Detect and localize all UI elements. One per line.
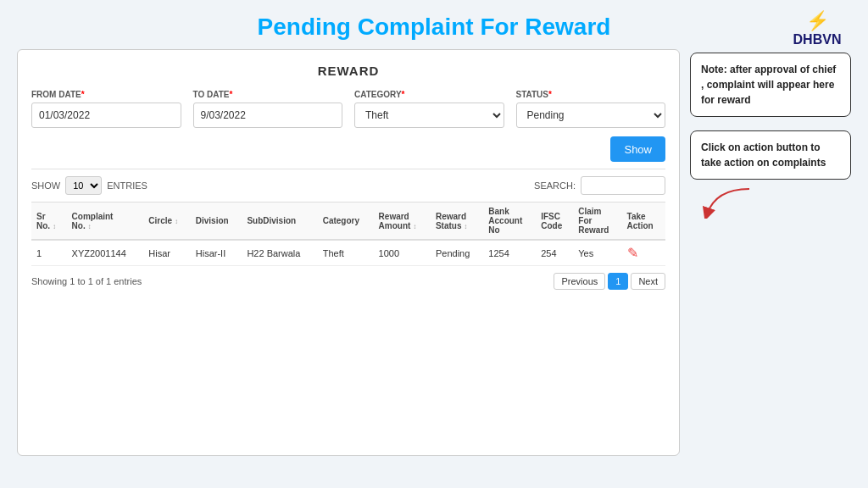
status-select[interactable]: Pending <box>516 103 666 128</box>
cell-reward-amount: 1000 <box>374 240 431 266</box>
filter-group-from-date: FROM DATE* <box>31 90 181 128</box>
sidebar: Note: after approval of chief , complain… <box>690 49 851 456</box>
header-row: SrNo. ↕ ComplaintNo. ↕ Circle ↕ Division… <box>31 202 665 241</box>
col-reward-amount: RewardAmount ↕ <box>374 202 431 241</box>
note-box-2: Click on action button to take action on… <box>690 130 851 180</box>
filter-group-status: STATUS* Pending <box>516 90 666 128</box>
page-title: Pending Complaint For Reward <box>258 14 611 41</box>
to-date-input[interactable] <box>193 103 343 128</box>
filter-group-category: CATEGORY* Theft <box>354 90 504 128</box>
col-ifsc: IFSCCode <box>536 202 573 241</box>
table-row: 1 XYZ2001144 Hisar Hisar-II H22 Barwala … <box>31 240 665 266</box>
cell-circle: Hisar <box>143 240 190 266</box>
sort-icon-amount: ↕ <box>413 223 416 230</box>
lightning-icon: ⚡ <box>806 10 829 32</box>
col-subdivision: SubDivision <box>242 202 317 241</box>
logo-text: DHBVN <box>793 32 842 47</box>
arrow-svg <box>698 185 766 219</box>
next-button[interactable]: Next <box>631 273 665 290</box>
sort-icon-sr: ↕ <box>53 223 56 230</box>
header: Pending Complaint For Reward ⚡ DHBVN <box>17 14 851 41</box>
to-date-label: TO DATE* <box>193 90 343 99</box>
col-division: Division <box>191 202 242 241</box>
data-table: SrNo. ↕ ComplaintNo. ↕ Circle ↕ Division… <box>31 202 665 266</box>
show-entries: SHOW 10 ENTRIES <box>31 176 147 195</box>
cell-claim: Yes <box>573 240 621 266</box>
col-reward-status: RewardStatus ↕ <box>431 202 483 241</box>
category-select[interactable]: Theft <box>354 103 504 128</box>
divider <box>31 169 665 169</box>
cell-ifsc: 254 <box>536 240 573 266</box>
table-header: SrNo. ↕ ComplaintNo. ↕ Circle ↕ Division… <box>31 202 665 241</box>
col-circle: Circle ↕ <box>143 202 190 241</box>
col-take-action: TakeAction <box>622 202 665 241</box>
pagination-buttons: Previous 1 Next <box>554 273 665 290</box>
cell-bank-account: 1254 <box>483 240 536 266</box>
search-input[interactable] <box>581 176 665 195</box>
col-complaint-no: ComplaintNo. ↕ <box>67 202 144 241</box>
entries-select[interactable]: 10 <box>65 176 102 195</box>
cell-take-action: ✎ <box>622 240 665 266</box>
filter-row: FROM DATE* TO DATE* CATEGORY* Theft <box>31 90 665 128</box>
cell-reward-status: Pending <box>431 240 483 266</box>
col-sr-no: SrNo. ↕ <box>31 202 67 241</box>
sort-icon-complaint: ↕ <box>87 223 91 230</box>
entries-label: SHOW <box>31 180 60 191</box>
take-action-button[interactable]: ✎ <box>627 245 638 261</box>
main-container: REWARD FROM DATE* TO DATE* <box>17 49 851 456</box>
sort-icon-status: ↕ <box>464 223 467 230</box>
col-bank-account: BankAccountNo <box>483 202 536 241</box>
previous-button[interactable]: Previous <box>554 273 605 290</box>
note-section-2: Click on action button to take action on… <box>690 130 851 219</box>
search-label: SEARCH: <box>534 180 576 191</box>
form-panel: REWARD FROM DATE* TO DATE* <box>17 49 680 456</box>
category-label: CATEGORY* <box>354 90 504 99</box>
col-category: Category <box>318 202 374 241</box>
cell-sr-no: 1 <box>31 240 67 266</box>
showing-text: Showing 1 to 1 of 1 entries <box>31 276 142 286</box>
sort-icon-circle: ↕ <box>175 218 178 225</box>
logo: ⚡ DHBVN <box>792 10 843 53</box>
cell-division: Hisar-II <box>191 240 242 266</box>
btn-row: Show <box>31 136 665 162</box>
table-body: 1 XYZ2001144 Hisar Hisar-II H22 Barwala … <box>31 240 665 266</box>
cell-complaint-no: XYZ2001144 <box>67 240 144 266</box>
from-date-label: FROM DATE* <box>31 90 181 99</box>
entries-suffix: ENTRIES <box>107 180 147 191</box>
filter-group-to-date: TO DATE* <box>193 90 343 128</box>
col-claim: ClaimForReward <box>573 202 621 241</box>
cell-subdivision: H22 Barwala <box>242 240 317 266</box>
page-1-button[interactable]: 1 <box>608 273 628 290</box>
panel-title: REWARD <box>31 64 665 78</box>
search-box: SEARCH: <box>534 176 665 195</box>
note-box-1: Note: after approval of chief , complain… <box>690 53 851 117</box>
cell-category: Theft <box>318 240 374 266</box>
status-label: STATUS* <box>516 90 666 99</box>
show-button[interactable]: Show <box>610 136 665 162</box>
from-date-input[interactable] <box>31 103 181 128</box>
pagination: Showing 1 to 1 of 1 entries Previous 1 N… <box>31 273 665 290</box>
table-controls: SHOW 10 ENTRIES SEARCH: <box>31 176 665 195</box>
